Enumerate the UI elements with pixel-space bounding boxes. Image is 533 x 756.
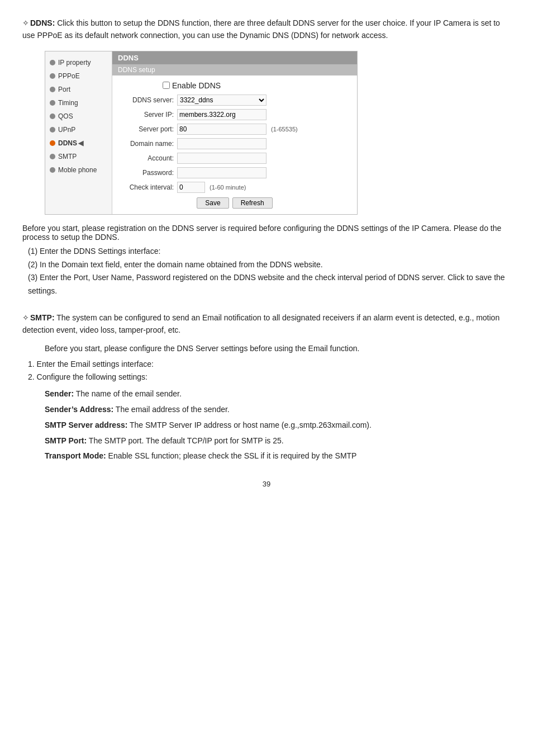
sidebar-dot: [50, 154, 55, 159]
sidebar-item-smtp[interactable]: SMTP: [45, 150, 112, 163]
smtp-term-port: SMTP Port: The SMTP port. The default TC…: [45, 434, 511, 448]
check-interval-hint: (1-60 minute): [210, 184, 246, 191]
smtp-step-1: 1. Enter the Email settings interface:: [28, 358, 511, 371]
enable-ddns-checkbox[interactable]: [163, 82, 170, 89]
sidebar-dot: [50, 167, 55, 173]
sidebar-item-ip-property[interactable]: IP property: [45, 56, 112, 69]
sidebar-dot: [50, 60, 55, 65]
ddns-instruction-1: (1) Enter the DDNS Settings interface:: [28, 245, 511, 258]
sidebar-dot: [50, 114, 55, 119]
server-ip-input[interactable]: [177, 109, 266, 120]
password-input[interactable]: [177, 167, 266, 178]
server-ip-label: Server IP:: [118, 111, 174, 119]
domain-name-row: Domain name:: [118, 138, 351, 149]
sidebar-label: Port: [58, 86, 70, 93]
smtp-server-address-desc: The SMTP Server IP address or host name …: [127, 420, 372, 429]
smtp-step-2: 2. Configure the following settings:: [28, 371, 511, 384]
ddns-panel: IP property PPPoE Port Timing QOS UPnP D…: [45, 51, 358, 215]
sidebar-dot: [50, 73, 55, 79]
smtp-port-desc: The SMTP port. The default TCP/IP port f…: [87, 436, 284, 445]
ddns-intro-section: ✧DDNS: Click this button to setup the DD…: [22, 17, 511, 42]
sidebar-item-port[interactable]: Port: [45, 83, 112, 96]
save-button[interactable]: Save: [197, 197, 229, 209]
ddns-main-content: DDNS DDNS setup Enable DDNS DDNS server:…: [112, 51, 357, 214]
account-row: Account:: [118, 153, 351, 164]
ddns-instruction-0: Before you start, please registration on…: [22, 224, 511, 242]
smtp-sender-address-label: Sender’s Address:: [45, 405, 113, 414]
ddns-subtitle: DDNS setup: [112, 64, 357, 75]
ddns-server-label: DDNS server:: [118, 96, 174, 104]
server-port-label: Server port:: [118, 125, 174, 133]
smtp-term-sender-address: Sender’s Address: The email address of t…: [45, 403, 511, 417]
sidebar-label: SMTP: [58, 153, 77, 160]
sidebar-item-mobile-phone[interactable]: Moble phone: [45, 163, 112, 177]
smtp-term-server-address: SMTP Server address: The SMTP Server IP …: [45, 419, 511, 432]
enable-ddns-row: Enable DDNS: [163, 81, 351, 90]
ddns-intro-text: Click this button to setup the DDNS func…: [22, 18, 500, 40]
smtp-transport-label: Transport Mode:: [45, 451, 106, 460]
sidebar-label: DDNS: [58, 139, 77, 147]
sidebar-item-ddns[interactable]: DDNS ◀: [45, 136, 112, 150]
page-number: 39: [22, 480, 511, 488]
sidebar-dot: [50, 127, 55, 133]
sidebar-dot: [50, 100, 55, 106]
form-buttons: Save Refresh: [118, 197, 351, 209]
sidebar-label: QOS: [58, 112, 73, 120]
smtp-sender-label: Sender:: [45, 389, 74, 398]
chevron-right-icon: ◀: [78, 139, 83, 147]
domain-name-input[interactable]: [177, 138, 266, 149]
server-port-input[interactable]: [177, 124, 266, 135]
ddns-form: Enable DDNS DDNS server: 3322_ddns Serve…: [112, 75, 357, 214]
account-input[interactable]: [177, 153, 266, 164]
password-label: Password:: [118, 169, 174, 177]
sidebar-dot-active: [50, 140, 55, 146]
ddns-title: DDNS: [112, 51, 357, 64]
sidebar-label: Timing: [58, 99, 78, 107]
smtp-sender-address-desc: The email address of the sender.: [113, 405, 230, 414]
sidebar-item-qos[interactable]: QOS: [45, 110, 112, 123]
smtp-term-sender: Sender: The name of the email sender.: [45, 388, 511, 401]
ddns-server-row: DDNS server: 3322_ddns: [118, 94, 351, 106]
smtp-line2: Before you start, please configure the D…: [45, 342, 511, 356]
refresh-button[interactable]: Refresh: [232, 197, 273, 209]
domain-name-label: Domain name:: [118, 140, 174, 148]
sidebar-item-timing[interactable]: Timing: [45, 96, 112, 110]
sidebar-label: IP property: [58, 59, 91, 67]
ddns-instruction-2: (2) In the Domain text field, enter the …: [28, 258, 511, 272]
password-row: Password:: [118, 167, 351, 178]
sidebar-item-pppoe[interactable]: PPPoE: [45, 69, 112, 83]
server-port-row: Server port: (1-65535): [118, 124, 351, 135]
smtp-label: SMTP:: [30, 313, 55, 322]
check-interval-input[interactable]: [177, 182, 205, 193]
smtp-section: ✧SMTP: The system can be configured to s…: [22, 311, 511, 463]
sidebar-label: PPPoE: [58, 72, 80, 80]
smtp-term-transport: Transport Mode: Enable SSL function; ple…: [45, 450, 511, 463]
smtp-intro: ✧SMTP: The system can be configured to s…: [22, 311, 511, 337]
server-ip-row: Server IP:: [118, 109, 351, 120]
sidebar-label: UPnP: [58, 126, 75, 134]
check-interval-row: Check interval: (1-60 minute): [118, 182, 351, 193]
server-port-hint: (1-65535): [271, 126, 298, 133]
ddns-label: DDNS:: [30, 18, 55, 27]
smtp-port-label: SMTP Port:: [45, 436, 87, 445]
check-interval-label: Check interval:: [118, 183, 174, 191]
ddns-sidebar: IP property PPPoE Port Timing QOS UPnP D…: [45, 51, 112, 214]
smtp-diamond: ✧: [22, 313, 29, 322]
smtp-transport-desc: Enable SSL function; please check the SS…: [106, 451, 357, 460]
ddns-diamond: ✧: [22, 18, 29, 27]
smtp-server-address-label: SMTP Server address:: [45, 420, 127, 429]
smtp-text: The system can be configured to send an …: [22, 313, 499, 334]
ddns-server-select[interactable]: 3322_ddns: [177, 94, 266, 106]
account-label: Account:: [118, 154, 174, 162]
sidebar-item-upnp[interactable]: UPnP: [45, 123, 112, 136]
sidebar-label: Moble phone: [58, 166, 97, 174]
enable-ddns-label: Enable DDNS: [172, 81, 221, 90]
ddns-instruction-3: (3) Enter the Port, User Name, Password …: [28, 271, 511, 298]
smtp-sender-desc: The name of the email sender.: [74, 389, 182, 398]
sidebar-dot: [50, 87, 55, 92]
